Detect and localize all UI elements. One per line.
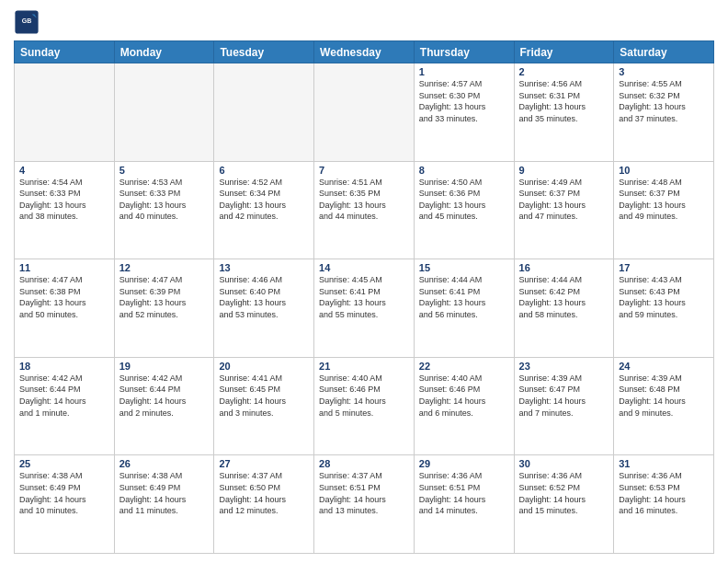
day-number: 18 bbox=[19, 361, 109, 372]
day-number: 3 bbox=[619, 66, 709, 77]
day-number: 29 bbox=[419, 458, 509, 469]
day-detail: Sunrise: 4:36 AM Sunset: 6:53 PM Dayligh… bbox=[619, 470, 709, 516]
day-detail: Sunrise: 4:43 AM Sunset: 6:43 PM Dayligh… bbox=[619, 274, 709, 320]
calendar-day-cell: 21Sunrise: 4:40 AM Sunset: 6:46 PM Dayli… bbox=[314, 357, 415, 455]
calendar-week-row: 11Sunrise: 4:47 AM Sunset: 6:38 PM Dayli… bbox=[15, 259, 714, 358]
day-number: 17 bbox=[619, 262, 709, 273]
day-number: 1 bbox=[419, 66, 509, 77]
calendar-day-cell: 5Sunrise: 4:53 AM Sunset: 6:33 PM Daylig… bbox=[114, 161, 214, 259]
day-number: 30 bbox=[519, 458, 609, 469]
calendar-day-cell: 20Sunrise: 4:41 AM Sunset: 6:45 PM Dayli… bbox=[214, 357, 314, 455]
day-detail: Sunrise: 4:42 AM Sunset: 6:44 PM Dayligh… bbox=[119, 373, 210, 419]
day-number: 5 bbox=[119, 165, 210, 176]
day-number: 26 bbox=[119, 458, 210, 469]
calendar-day-cell: 7Sunrise: 4:51 AM Sunset: 6:35 PM Daylig… bbox=[314, 161, 415, 259]
day-number: 15 bbox=[419, 262, 509, 273]
calendar-day-cell: 29Sunrise: 4:36 AM Sunset: 6:51 PM Dayli… bbox=[414, 455, 514, 554]
calendar-day-cell: 31Sunrise: 4:36 AM Sunset: 6:53 PM Dayli… bbox=[614, 455, 714, 554]
calendar-header-row: SundayMondayTuesdayWednesdayThursdayFrid… bbox=[15, 41, 714, 63]
day-detail: Sunrise: 4:47 AM Sunset: 6:39 PM Dayligh… bbox=[119, 274, 210, 320]
day-detail: Sunrise: 4:44 AM Sunset: 6:41 PM Dayligh… bbox=[419, 274, 509, 320]
svg-text:GB: GB bbox=[22, 17, 32, 24]
day-number: 20 bbox=[219, 361, 309, 372]
day-detail: Sunrise: 4:54 AM Sunset: 6:33 PM Dayligh… bbox=[19, 177, 109, 223]
day-detail: Sunrise: 4:36 AM Sunset: 6:51 PM Dayligh… bbox=[419, 470, 509, 516]
weekday-header: Thursday bbox=[414, 41, 514, 63]
day-detail: Sunrise: 4:38 AM Sunset: 6:49 PM Dayligh… bbox=[19, 470, 109, 516]
calendar-day-cell: 30Sunrise: 4:36 AM Sunset: 6:52 PM Dayli… bbox=[514, 455, 614, 554]
calendar-day-cell: 22Sunrise: 4:40 AM Sunset: 6:46 PM Dayli… bbox=[414, 357, 514, 455]
calendar-day-cell: 10Sunrise: 4:48 AM Sunset: 6:37 PM Dayli… bbox=[614, 161, 714, 259]
day-detail: Sunrise: 4:37 AM Sunset: 6:50 PM Dayligh… bbox=[219, 470, 309, 516]
day-detail: Sunrise: 4:40 AM Sunset: 6:46 PM Dayligh… bbox=[319, 373, 409, 419]
day-number: 31 bbox=[619, 458, 709, 469]
day-detail: Sunrise: 4:39 AM Sunset: 6:48 PM Dayligh… bbox=[619, 373, 709, 419]
day-detail: Sunrise: 4:41 AM Sunset: 6:45 PM Dayligh… bbox=[219, 373, 309, 419]
day-number: 28 bbox=[319, 458, 409, 469]
day-number: 13 bbox=[219, 262, 309, 273]
day-number: 22 bbox=[419, 361, 509, 372]
day-detail: Sunrise: 4:45 AM Sunset: 6:41 PM Dayligh… bbox=[319, 274, 409, 320]
calendar-day-cell: 28Sunrise: 4:37 AM Sunset: 6:51 PM Dayli… bbox=[314, 455, 415, 554]
page: GB SundayMondayTuesdayWednesdayThursdayF… bbox=[0, 0, 728, 563]
calendar-day-cell: 13Sunrise: 4:46 AM Sunset: 6:40 PM Dayli… bbox=[214, 259, 314, 358]
calendar-day-cell: 3Sunrise: 4:55 AM Sunset: 6:32 PM Daylig… bbox=[614, 63, 714, 162]
calendar-table: SundayMondayTuesdayWednesdayThursdayFrid… bbox=[14, 40, 714, 554]
calendar-day-cell: 6Sunrise: 4:52 AM Sunset: 6:34 PM Daylig… bbox=[214, 161, 314, 259]
day-detail: Sunrise: 4:47 AM Sunset: 6:38 PM Dayligh… bbox=[19, 274, 109, 320]
calendar-day-cell: 17Sunrise: 4:43 AM Sunset: 6:43 PM Dayli… bbox=[614, 259, 714, 358]
calendar-week-row: 18Sunrise: 4:42 AM Sunset: 6:44 PM Dayli… bbox=[15, 357, 714, 455]
calendar-day-cell: 27Sunrise: 4:37 AM Sunset: 6:50 PM Dayli… bbox=[214, 455, 314, 554]
day-number: 14 bbox=[319, 262, 409, 273]
day-number: 27 bbox=[219, 458, 309, 469]
day-detail: Sunrise: 4:49 AM Sunset: 6:37 PM Dayligh… bbox=[519, 177, 609, 223]
calendar-day-cell bbox=[114, 63, 214, 162]
calendar-day-cell: 8Sunrise: 4:50 AM Sunset: 6:36 PM Daylig… bbox=[414, 161, 514, 259]
day-number: 2 bbox=[519, 66, 609, 77]
day-number: 7 bbox=[319, 165, 409, 176]
day-detail: Sunrise: 4:53 AM Sunset: 6:33 PM Dayligh… bbox=[119, 177, 210, 223]
calendar-day-cell: 9Sunrise: 4:49 AM Sunset: 6:37 PM Daylig… bbox=[514, 161, 614, 259]
weekday-header: Wednesday bbox=[314, 41, 415, 63]
day-detail: Sunrise: 4:36 AM Sunset: 6:52 PM Dayligh… bbox=[519, 470, 609, 516]
day-number: 24 bbox=[619, 361, 709, 372]
calendar-day-cell bbox=[214, 63, 314, 162]
day-number: 11 bbox=[19, 262, 109, 273]
day-detail: Sunrise: 4:50 AM Sunset: 6:36 PM Dayligh… bbox=[419, 177, 509, 223]
logo: GB bbox=[14, 9, 43, 35]
day-number: 9 bbox=[519, 165, 609, 176]
day-detail: Sunrise: 4:37 AM Sunset: 6:51 PM Dayligh… bbox=[319, 470, 409, 516]
day-detail: Sunrise: 4:57 AM Sunset: 6:30 PM Dayligh… bbox=[419, 78, 509, 124]
calendar-week-row: 4Sunrise: 4:54 AM Sunset: 6:33 PM Daylig… bbox=[15, 161, 714, 259]
day-number: 6 bbox=[219, 165, 309, 176]
calendar-day-cell: 14Sunrise: 4:45 AM Sunset: 6:41 PM Dayli… bbox=[314, 259, 415, 358]
day-detail: Sunrise: 4:52 AM Sunset: 6:34 PM Dayligh… bbox=[219, 177, 309, 223]
day-number: 25 bbox=[19, 458, 109, 469]
weekday-header: Sunday bbox=[15, 41, 115, 63]
day-detail: Sunrise: 4:39 AM Sunset: 6:47 PM Dayligh… bbox=[519, 373, 609, 419]
calendar-day-cell: 19Sunrise: 4:42 AM Sunset: 6:44 PM Dayli… bbox=[114, 357, 214, 455]
day-detail: Sunrise: 4:51 AM Sunset: 6:35 PM Dayligh… bbox=[319, 177, 409, 223]
day-number: 8 bbox=[419, 165, 509, 176]
calendar-day-cell bbox=[314, 63, 415, 162]
day-number: 23 bbox=[519, 361, 609, 372]
calendar-day-cell: 11Sunrise: 4:47 AM Sunset: 6:38 PM Dayli… bbox=[15, 259, 115, 358]
day-detail: Sunrise: 4:46 AM Sunset: 6:40 PM Dayligh… bbox=[219, 274, 309, 320]
calendar-day-cell: 24Sunrise: 4:39 AM Sunset: 6:48 PM Dayli… bbox=[614, 357, 714, 455]
weekday-header: Tuesday bbox=[214, 41, 314, 63]
calendar-day-cell: 4Sunrise: 4:54 AM Sunset: 6:33 PM Daylig… bbox=[15, 161, 115, 259]
day-detail: Sunrise: 4:42 AM Sunset: 6:44 PM Dayligh… bbox=[19, 373, 109, 419]
day-detail: Sunrise: 4:55 AM Sunset: 6:32 PM Dayligh… bbox=[619, 78, 709, 124]
weekday-header: Saturday bbox=[614, 41, 714, 63]
day-number: 12 bbox=[119, 262, 210, 273]
day-detail: Sunrise: 4:56 AM Sunset: 6:31 PM Dayligh… bbox=[519, 78, 609, 124]
day-detail: Sunrise: 4:48 AM Sunset: 6:37 PM Dayligh… bbox=[619, 177, 709, 223]
calendar-day-cell: 26Sunrise: 4:38 AM Sunset: 6:49 PM Dayli… bbox=[114, 455, 214, 554]
day-detail: Sunrise: 4:40 AM Sunset: 6:46 PM Dayligh… bbox=[419, 373, 509, 419]
calendar-day-cell: 18Sunrise: 4:42 AM Sunset: 6:44 PM Dayli… bbox=[15, 357, 115, 455]
calendar-day-cell: 25Sunrise: 4:38 AM Sunset: 6:49 PM Dayli… bbox=[15, 455, 115, 554]
header: GB bbox=[14, 9, 714, 35]
calendar-day-cell: 1Sunrise: 4:57 AM Sunset: 6:30 PM Daylig… bbox=[414, 63, 514, 162]
day-number: 19 bbox=[119, 361, 210, 372]
calendar-day-cell: 16Sunrise: 4:44 AM Sunset: 6:42 PM Dayli… bbox=[514, 259, 614, 358]
